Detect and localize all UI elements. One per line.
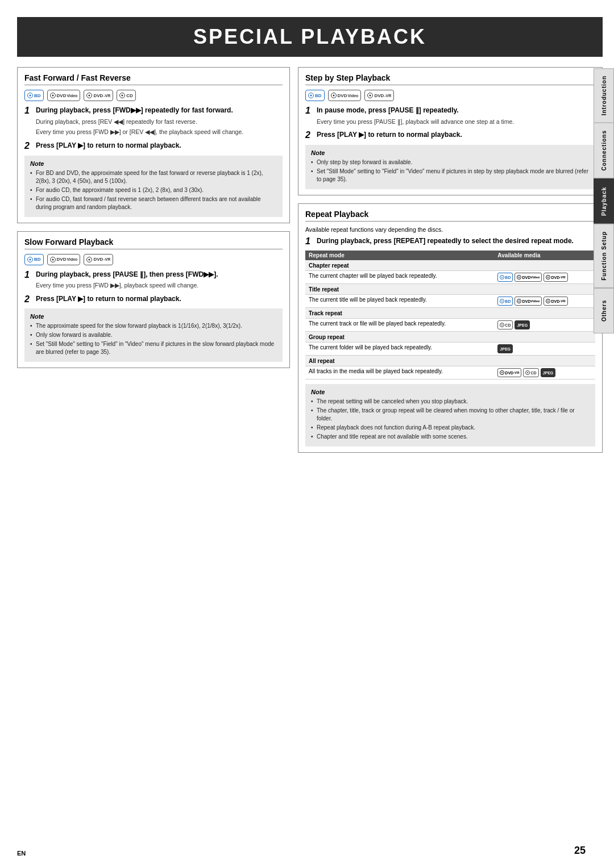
page-title: SPECIAL PLAYBACK (17, 17, 603, 57)
col-header-mode: Repeat mode (305, 251, 494, 260)
tab-introduction[interactable]: Introduction (594, 68, 614, 123)
step1-sub2: Every time you press [FWD ▶▶] or [REV ◀◀… (36, 128, 283, 136)
dvd-video-icon-sbs: DVDVideo (328, 90, 362, 101)
chapter-repeat-desc-row: The current chapter will be played back … (305, 271, 595, 284)
chapter-repeat-name: Chapter repeat (305, 260, 494, 271)
tab-playback[interactable]: Playback (594, 178, 614, 224)
repeat-note-item-2: The chapter, title, track or group repea… (311, 407, 590, 423)
title-repeat-media: BD DVDVideo DVD-VR (494, 295, 595, 308)
note-item-2: For audio CD, the approximate speed is 1… (30, 186, 277, 194)
sf-step1-text: During playback, press [PAUSE ‖], then p… (36, 270, 218, 279)
repeat-note-list: The repeat setting will be canceled when… (311, 398, 590, 441)
chapter-repeat-header: Chapter repeat (305, 260, 595, 271)
sf-note-list: The approximate speed for the slow forwa… (30, 322, 277, 356)
sf-note-item-2: Only slow forward is available. (30, 331, 277, 339)
col-header-media: Available media (494, 251, 595, 260)
repeat-step1: 1 During playback, press [REPEAT] repeat… (305, 236, 595, 247)
title-repeat-desc-row: The current title will be played back re… (305, 295, 595, 308)
left-column: Fast Forward / Fast Reverse BD DVDVideo … (17, 67, 290, 461)
step-num-1: 1 (24, 106, 32, 116)
jpeg-mi-all: JPEG (541, 368, 556, 377)
all-repeat-desc: All tracks in the media will be played b… (305, 366, 494, 379)
track-repeat-name: Track repeat (305, 308, 494, 319)
step1-sub1: During playback, press [REV ◀◀] repeated… (36, 118, 283, 126)
bd-icon-sbs: BD (305, 90, 325, 101)
tab-others[interactable]: Others (594, 288, 614, 333)
main-content: Fast Forward / Fast Reverse BD DVDVideo … (17, 67, 603, 461)
sbs-media-icons: BD DVDVideo DVD-VR (305, 90, 595, 101)
dvd-vr-icon-sbs: DVD-VR (364, 90, 394, 101)
group-repeat-name: Group repeat (305, 332, 494, 343)
slow-forward-title: Slow Forward Playback (24, 237, 283, 249)
sf-note-item-3: Set "Still Mode" setting to "Field" in "… (30, 340, 277, 356)
cd-mi-tr: CD (497, 320, 513, 329)
all-repeat-desc-row: All tracks in the media will be played b… (305, 366, 595, 379)
page-wrapper: SPECIAL PLAYBACK Fast Forward / Fast Rev… (0, 0, 614, 868)
dvd-video-mi: DVDVideo (515, 273, 542, 282)
step-by-step-section: Step by Step Playback BD DVDVideo DVD-VR… (298, 67, 603, 195)
cd-icon: CD (117, 90, 136, 101)
sbs-step-num-1: 1 (305, 106, 313, 116)
cd-mi-all: CD (523, 368, 538, 377)
sbs-step2: 2 Press [PLAY ▶] to return to normal pla… (305, 130, 595, 140)
right-column: Step by Step Playback BD DVDVideo DVD-VR… (298, 67, 603, 461)
sf-step-num-1: 1 (24, 270, 32, 280)
fast-forward-note: Note For BD and DVD, the approximate spe… (24, 156, 283, 217)
repeat-note-item-3: Repeat playback does not function during… (311, 424, 590, 432)
sbs-note-item-2: Set "Still Mode" setting to "Field" in "… (311, 168, 590, 183)
page-en-label: EN (17, 850, 26, 857)
repeat-table: Repeat mode Available media Chapter repe… (305, 251, 595, 379)
repeat-note-item-4: Chapter and title repeat are not availab… (311, 433, 590, 441)
page-number: 25 (574, 845, 586, 857)
chapter-media-icons: BD DVDVideo DVD-VR (497, 273, 567, 282)
step2-text: Press [PLAY ▶] to return to normal playb… (36, 141, 181, 150)
slow-forward-media-icons: BD DVDVideo DVD-VR (24, 254, 283, 265)
tab-function-setup[interactable]: Function Setup (594, 224, 614, 288)
slow-forward-step1: 1 During playback, press [PAUSE ‖], then… (24, 270, 283, 290)
repeat-note-title: Note (311, 389, 590, 395)
fast-forward-title: Fast Forward / Fast Reverse (24, 73, 283, 85)
bd-icon: BD (24, 90, 44, 101)
step-by-step-title: Step by Step Playback (305, 73, 595, 85)
fast-forward-step1: 1 During playback, press [FWD▶▶] repeate… (24, 106, 283, 136)
note-title: Note (30, 160, 277, 167)
sbs-step-num-2: 2 (305, 130, 313, 140)
tab-connections[interactable]: Connections (594, 123, 614, 178)
dvd-vr-mi: DVD-VR (544, 273, 567, 282)
bd-mi: BD (497, 273, 513, 282)
bd-mi-t: BD (497, 297, 513, 306)
all-repeat-media: DVD-VR CD JPEG (494, 366, 595, 379)
title-repeat-desc: The current title will be played back re… (305, 295, 494, 308)
repeat-intro: Available repeat functions vary dependin… (305, 226, 595, 233)
repeat-note: Note The repeat setting will be canceled… (305, 384, 595, 446)
sf-step2-text: Press [PLAY ▶] to return to normal playb… (36, 294, 181, 303)
dvd-vr-icon-sf: DVD-VR (84, 254, 113, 265)
dvd-video-icon: DVDVideo (47, 90, 81, 101)
note-list: For BD and DVD, the approximate speed fo… (30, 169, 277, 211)
group-repeat-desc: The current folder will be played back r… (305, 343, 494, 356)
track-repeat-header: Track repeat (305, 308, 595, 319)
fast-forward-step2: 2 Press [PLAY ▶] to return to normal pla… (24, 141, 283, 151)
title-repeat-header: Title repeat (305, 284, 595, 295)
step-num-2: 2 (24, 141, 32, 151)
sbs-step1: 1 In pause mode, press [PAUSE ‖] repeate… (305, 106, 595, 126)
step1-text: During playback, press [FWD▶▶] repeatedl… (36, 106, 233, 115)
track-repeat-desc-row: The current track or file will be played… (305, 319, 595, 332)
title-repeat-name: Title repeat (305, 284, 494, 295)
dvd-vr-icon: DVD-VR (84, 90, 113, 101)
sbs-step2-text: Press [PLAY ▶] to return to normal playb… (317, 130, 462, 139)
sbs-note-item-1: Only step by step forward is available. (311, 158, 590, 166)
track-repeat-desc: The current track or file will be played… (305, 319, 494, 332)
sidebar-tabs: Introduction Connections Playback Functi… (594, 68, 614, 333)
note-item-1: For BD and DVD, the approximate speed fo… (30, 169, 277, 185)
chapter-repeat-media-header (494, 260, 595, 271)
slow-forward-section: Slow Forward Playback BD DVDVideo DVD-VR… (17, 231, 290, 369)
fast-forward-section: Fast Forward / Fast Reverse BD DVDVideo … (17, 67, 290, 223)
slow-forward-step2: 2 Press [PLAY ▶] to return to normal pla… (24, 294, 283, 304)
sf-note-item-1: The approximate speed for the slow forwa… (30, 322, 277, 330)
group-repeat-media: JPEG (494, 343, 595, 356)
fast-forward-media-icons: BD DVDVideo DVD-VR CD (24, 90, 283, 101)
sf-note-title: Note (30, 313, 277, 320)
repeat-note-item-1: The repeat setting will be canceled when… (311, 398, 590, 406)
group-repeat-desc-row: The current folder will be played back r… (305, 343, 595, 356)
